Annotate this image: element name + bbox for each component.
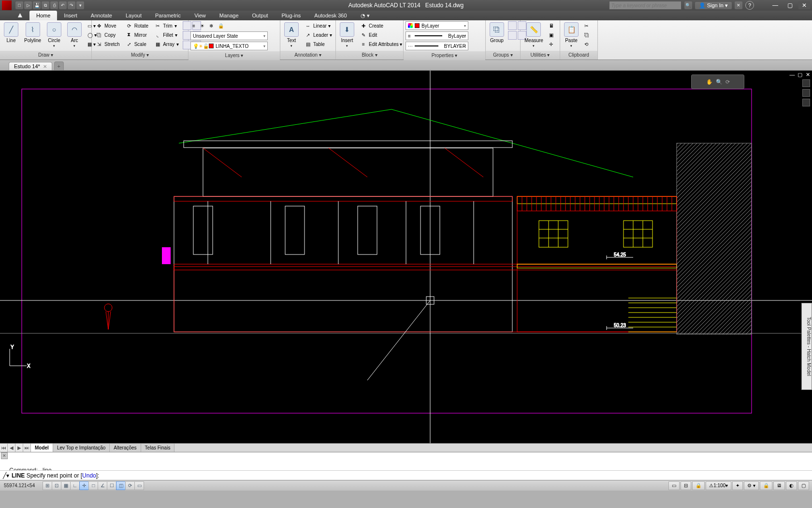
tab-featured-apps[interactable]: ◔ ▾ [354, 11, 377, 20]
close-button[interactable]: ✕ [798, 1, 810, 9]
panel-title-utilities[interactable]: Utilities ▾ [521, 51, 560, 60]
circle-button[interactable]: ○Circle▾ [45, 21, 63, 49]
paste-button[interactable]: 📋Paste▾ [562, 21, 580, 49]
array-button[interactable]: ▦Array ▾ [152, 40, 181, 48]
current-layer-dropdown[interactable]: 💡☀🔓LINHA_TEXTO [190, 42, 268, 50]
zoom-icon[interactable]: 🔍 [716, 79, 723, 85]
exchange-apps-icon[interactable]: ✕ [735, 1, 742, 9]
annotation-visibility-icon[interactable]: ✦ [732, 481, 743, 490]
annotation-scale-lock-icon[interactable]: 🔒 [692, 481, 705, 490]
ungroup-icon[interactable] [508, 21, 517, 30]
qat-save-icon[interactable]: 💾 [33, 1, 41, 9]
signin-button[interactable]: 👤 Sign In ▾ [695, 2, 732, 9]
panel-title-properties[interactable]: Properties ▾ [404, 51, 485, 60]
edit-attributes-button[interactable]: ≡Edit Attributes ▾ [358, 40, 404, 48]
tab-annotate[interactable]: Annotate [84, 11, 119, 20]
panel-title-groups[interactable]: Groups ▾ [486, 51, 520, 60]
quickcalc-icon[interactable]: 🖩 [547, 21, 556, 30]
snap-icon[interactable]: ⊡ [52, 481, 61, 490]
measure-button[interactable]: 📏Measure▾ [522, 21, 545, 49]
qat-plot-icon[interactable]: ⎙ [50, 1, 58, 9]
layer-state-dropdown[interactable]: Unsaved Layer State [190, 31, 268, 40]
layout-first-icon[interactable]: ⏮ [0, 444, 8, 452]
command-input-line[interactable]: ╱▾ LINE Specify next point or [Undo]: [0, 470, 812, 480]
tab-home[interactable]: Home [29, 11, 57, 20]
qat-undo-icon[interactable]: ↶ [59, 1, 67, 9]
panel-title-clipboard[interactable]: Clipboard [560, 51, 597, 60]
color-dropdown[interactable]: ByLayer [406, 21, 468, 30]
scale-button[interactable]: ⤢Scale [124, 40, 150, 48]
tab-parametric[interactable]: Parametric [148, 11, 188, 20]
close-tab-icon[interactable]: ✕ [43, 64, 47, 69]
canvas-minimize-icon[interactable]: — [789, 72, 796, 78]
isolate-objects-icon[interactable]: ◐ [786, 481, 797, 490]
layout-tab-2[interactable]: Alterações [110, 444, 141, 452]
palette-pin-icon[interactable] [802, 89, 810, 97]
help-icon[interactable]: ? [745, 1, 754, 10]
cmd-option-undo[interactable]: Undo [82, 472, 96, 479]
polar-icon[interactable]: ✛ [79, 481, 89, 490]
annotation-scale-chip[interactable]: ⚠ 1:100 ▾ [706, 481, 731, 490]
leader-button[interactable]: ↗Leader ▾ [303, 30, 334, 39]
copy-button[interactable]: ⿻Copy [94, 30, 122, 39]
tab-manage[interactable]: Manage [213, 11, 246, 20]
selectall-icon[interactable]: ▣ [547, 30, 556, 39]
infer-constraints-icon[interactable]: ⊞ [43, 481, 52, 490]
command-history[interactable]: ✕ Command: _line Specify first point: [0, 452, 812, 470]
navigation-bar[interactable]: ✋🔍⟳ [691, 75, 744, 89]
group-bbox-icon[interactable] [508, 31, 517, 40]
point-icon[interactable]: ✛ [547, 40, 556, 48]
transparency-icon[interactable]: ◫ [116, 481, 126, 490]
arc-button[interactable]: ◠Arc▾ [65, 21, 84, 49]
coordinate-readout[interactable]: 55974.121<54 [0, 483, 39, 488]
qat-new-icon[interactable]: □ [15, 1, 23, 9]
layout-tab-1[interactable]: Lev Top e Implantação [53, 444, 110, 452]
panel-title-layers[interactable]: Layers ▾ [188, 51, 280, 60]
grid-icon[interactable]: ▦ [61, 481, 71, 490]
help-search-input[interactable] [609, 1, 682, 10]
minimize-button[interactable]: — [769, 1, 781, 9]
copy-clip-icon[interactable]: ⿻ [582, 30, 591, 39]
tab-view[interactable]: View [188, 11, 213, 20]
doc-tab-active[interactable]: Estudo 14*✕ [9, 62, 52, 70]
stretch-button[interactable]: ⇲Stretch [94, 40, 122, 48]
app-logo-icon[interactable] [2, 0, 12, 10]
selection-cycling-icon[interactable]: ⟳ [125, 481, 135, 490]
linear-dim-button[interactable]: ↔Linear ▾ [303, 21, 334, 30]
new-tab-button[interactable]: + [54, 61, 64, 70]
mirror-button[interactable]: ⧗Mirror [124, 30, 150, 39]
canvas-close-icon[interactable]: ✕ [804, 72, 811, 78]
linetype-dropdown[interactable]: ⋯BYLAYER [406, 42, 468, 50]
orbit-icon[interactable]: ⟳ [725, 79, 730, 85]
qat-more-icon[interactable]: ▾ [76, 1, 84, 9]
layout-prev-icon[interactable]: ◀ [8, 444, 15, 452]
palette-menu-icon[interactable] [802, 99, 810, 106]
tab-plugins[interactable]: Plug-ins [275, 11, 308, 20]
line-button[interactable]: ╱Line [2, 21, 20, 44]
canvas-restore-icon[interactable]: ▢ [797, 72, 803, 78]
osnap-icon[interactable]: □ [88, 481, 98, 490]
cmd-close-icon[interactable]: ✕ [1, 452, 8, 459]
tab-minimize[interactable]: ⯅ [11, 11, 29, 20]
tab-layout[interactable]: Layout [119, 11, 148, 20]
group-button[interactable]: ⿻Group [488, 21, 506, 44]
edit-block-button[interactable]: ✎Edit [358, 30, 404, 39]
dynamic-input-icon[interactable]: ▭ [134, 481, 144, 490]
panel-title-modify[interactable]: Modify ▾ [92, 51, 188, 60]
hardware-accel-icon[interactable]: 🖥 [773, 481, 785, 490]
layer-iso-icon[interactable]: ❄ [207, 21, 215, 30]
tab-output[interactable]: Output [246, 11, 275, 20]
cut-icon[interactable]: ✂ [582, 21, 591, 30]
move-button[interactable]: ✥Move [94, 21, 122, 30]
layout-tab-3[interactable]: Telas Finais [141, 444, 175, 452]
trim-button[interactable]: ✂Trim ▾ [152, 21, 181, 30]
tab-autodesk360[interactable]: Autodesk 360 [307, 11, 353, 20]
panel-title-annotation[interactable]: Annotation ▾ [280, 51, 335, 60]
lineweight-toggle-icon[interactable]: ☐ [107, 481, 116, 490]
rotate-button[interactable]: ⟳Rotate [124, 21, 150, 30]
fillet-button[interactable]: ◟Fillet ▾ [152, 30, 181, 39]
layer-properties-icon[interactable]: ≡ [190, 21, 197, 30]
toolbar-lock-icon[interactable]: 🔒 [760, 481, 772, 490]
ortho-icon[interactable]: ∟ [70, 481, 80, 490]
qat-redo-icon[interactable]: ↷ [68, 1, 75, 9]
